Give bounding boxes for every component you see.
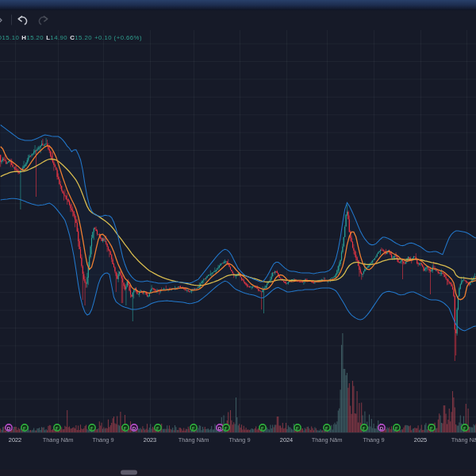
svg-text:Tháng 9: Tháng 9 [92,436,113,443]
svg-text:F: F [156,425,159,431]
svg-text:Tháng Năm: Tháng Năm [43,436,74,443]
svg-text:F: F [261,425,264,431]
svg-text:F: F [225,425,228,431]
svg-text:F: F [395,425,398,431]
svg-text:D: D [218,425,222,431]
svg-text:F: F [296,425,299,431]
svg-text:2023: 2023 [144,436,156,443]
svg-text:F: F [430,425,433,431]
svg-text:Tháng 9: Tháng 9 [363,436,384,443]
svg-text:D: D [380,425,384,431]
svg-text:Tháng 9: Tháng 9 [228,436,250,443]
svg-text:F: F [192,425,195,431]
svg-text:F: F [363,425,366,431]
svg-text:F: F [325,425,328,431]
svg-text:F: F [56,425,59,431]
svg-text:O15.10H15.20L14.90C15.20+0.10: O15.10H15.20L14.90C15.20+0.10 (+0.66%) [0,34,142,41]
svg-text:F: F [90,425,94,431]
svg-text:2022: 2022 [9,436,21,443]
svg-text:Tháng Năm: Tháng Năm [178,436,209,443]
svg-text:Tháng Năm: Tháng Năm [451,436,476,443]
svg-text:F: F [23,425,26,431]
svg-text:F: F [463,425,466,431]
svg-text:2024: 2024 [280,436,293,443]
svg-text:F: F [124,425,127,431]
svg-text:2025: 2025 [414,436,427,443]
svg-text:D: D [132,425,136,431]
svg-text:Tháng Năm: Tháng Năm [312,436,343,443]
svg-text:D: D [7,425,11,431]
